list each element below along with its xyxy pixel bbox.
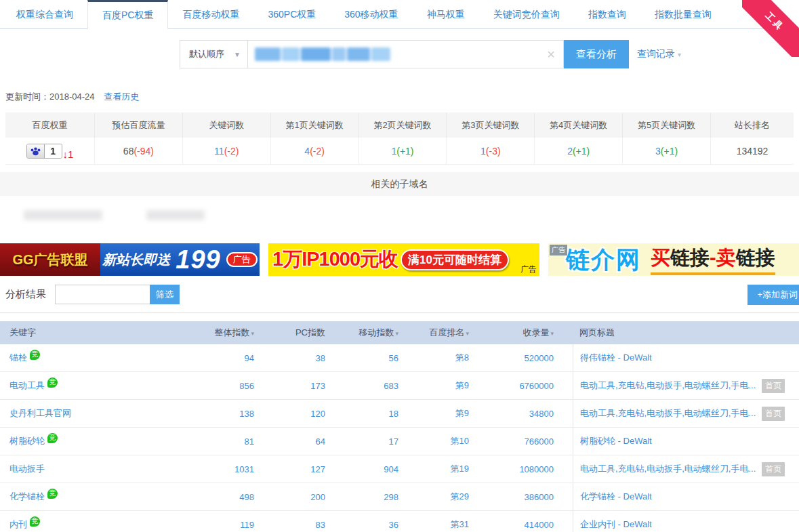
ad-banner-row: GG广告联盟 新站长即送 199 广告 1万IP1000元收 满10元可随时结算… xyxy=(0,243,799,276)
page-title-link[interactable]: 电动工具,充电钻,电动扳手,电动螺丝刀,手电... xyxy=(580,380,756,392)
baidu-weight-value: 1 xyxy=(45,144,62,158)
mobile-index-value: 683 xyxy=(331,381,404,391)
col-pc-index[interactable]: PC指数 xyxy=(260,327,331,339)
webmaster-rank-cell: 134192 xyxy=(711,138,794,165)
baidu-paw-icon xyxy=(27,144,45,158)
add-keyword-button[interactable]: +添加新词 xyxy=(747,285,799,305)
page-title-link[interactable]: 电动工具,充电钻,电动扳手,电动螺丝刀,手电... xyxy=(580,407,756,420)
subdomain-section: 相关的子域名 xyxy=(0,172,799,234)
homepage-badge: 首页 xyxy=(762,379,785,393)
stats-header-page2: 第2页关键词数 xyxy=(359,112,447,138)
page1-count-cell: 4(-2) xyxy=(271,138,359,165)
col-mobile-index[interactable]: 移动指数▾ xyxy=(331,327,404,339)
subdomain-list xyxy=(0,196,799,234)
indexed-count-value: 34800 xyxy=(474,409,573,419)
ribbon-label: 工具 xyxy=(742,0,799,57)
overall-index-value: 81 xyxy=(185,436,260,447)
baidu-rank-value: 第8 xyxy=(404,352,474,364)
table-row: 树脂砂轮竞 81 64 17 第10 766000 树脂砂轮 - DeWalt xyxy=(0,428,799,455)
sort-caret-icon: ▾ xyxy=(466,330,469,337)
keyword-link[interactable]: 锚栓 xyxy=(9,352,27,363)
keyword-link[interactable]: 树脂砂轮 xyxy=(9,436,45,446)
stats-value-row: 1 ↓1 68(-94) 11(-2) 4(-2) 1(+1) 1(-3) 2(… xyxy=(5,138,794,165)
keyword-link[interactable]: 电动工具 xyxy=(9,380,45,390)
ad1-brand: GG广告联盟 xyxy=(0,243,100,276)
indexed-count-value: 766000 xyxy=(474,436,573,447)
col-keyword[interactable]: 关键字 xyxy=(0,327,185,339)
censored-subdomain-1[interactable] xyxy=(24,210,102,220)
indexed-count-value: 414000 xyxy=(474,520,573,530)
keyword-link[interactable]: 内刊 xyxy=(9,519,27,529)
baidu-rank-value: 第9 xyxy=(404,407,474,420)
table-row: 电动工具竞 856 173 683 第9 6760000 电动工具,充电钻,电动… xyxy=(0,372,799,400)
ad2-pill: 满10元可随时结算 xyxy=(401,249,509,270)
keyword-link[interactable]: 电动扳手 xyxy=(9,464,45,474)
search-input[interactable]: × xyxy=(247,40,564,68)
tab-index-query[interactable]: 指数查询 xyxy=(574,0,640,28)
page5-count-cell: 3(+1) xyxy=(623,138,711,165)
filter-button[interactable]: 筛选 xyxy=(150,285,180,304)
mobile-index-value: 298 xyxy=(331,492,404,502)
ad3-ad-tag: 广告 xyxy=(550,245,567,255)
keyword-count-cell: 11(-2) xyxy=(183,138,271,165)
page-title-link[interactable]: 树脂砂轮 - DeWalt xyxy=(580,435,652,447)
ad-banner-gg-union[interactable]: GG广告联盟 新站长即送 199 广告 xyxy=(0,243,260,276)
censored-subdomain-2[interactable] xyxy=(146,210,205,220)
keyword-table: 关键字 整体指数▾ PC指数 移动指数▾ 百度排名▾ 收录量▾ 网页标题 锚栓竞… xyxy=(0,321,799,532)
ad-banner-ip-buy[interactable]: 1万IP1000元收 满10元可随时结算 广告 xyxy=(268,243,539,276)
update-time-row: 更新时间：2018-04-24 查看历史 xyxy=(5,91,799,103)
clear-input-icon[interactable]: × xyxy=(547,47,555,62)
bid-icon: 竞 xyxy=(47,433,58,443)
tab-baidu-mobile-weight[interactable]: 百度移动权重 xyxy=(168,0,253,28)
page4-count-cell: 2(+1) xyxy=(535,138,623,165)
filter-input[interactable] xyxy=(55,285,150,304)
ad-banner-link-market[interactable]: 广告 链介网 买链接-卖链接 xyxy=(548,243,799,276)
tab-index-batch-query[interactable]: 指数批量查询 xyxy=(640,0,726,28)
corner-ribbon[interactable]: 工具 xyxy=(742,0,799,57)
overall-index-value: 138 xyxy=(185,409,260,419)
page-title-link[interactable]: 得伟锚栓 - DeWalt xyxy=(580,352,652,364)
keyword-link[interactable]: 史丹利工具官网 xyxy=(9,408,71,418)
history-caret-icon: ▾ xyxy=(678,51,681,58)
homepage-badge: 首页 xyxy=(762,462,785,476)
baidu-weight-cell: 1 ↓1 xyxy=(5,138,95,165)
col-overall-index[interactable]: 整体指数▾ xyxy=(185,327,260,339)
page-title-link[interactable]: 电动工具,充电钻,电动扳手,电动螺丝刀,手电... xyxy=(580,463,756,475)
sort-order-select[interactable]: 默认顺序 ▼ xyxy=(180,40,247,68)
tab-shenma-weight[interactable]: 神马权重 xyxy=(413,0,479,28)
censored-query-text xyxy=(255,47,390,61)
pc-index-value: 120 xyxy=(260,409,331,419)
analyze-button[interactable]: 查看分析 xyxy=(564,40,629,68)
bid-icon: 竞 xyxy=(47,489,58,499)
ad1-number: 199 xyxy=(176,245,220,274)
overall-index-value: 498 xyxy=(185,492,260,502)
section-divider xyxy=(0,312,799,313)
tab-baidu-pc-weight[interactable]: 百度PC权重 xyxy=(87,0,168,29)
tab-weight-combined[interactable]: 权重综合查询 xyxy=(2,0,87,28)
baidu-weight-badge[interactable]: 1 xyxy=(26,144,62,159)
page-title-link[interactable]: 化学锚栓 - DeWalt xyxy=(580,491,652,503)
col-baidu-rank[interactable]: 百度排名▾ xyxy=(404,327,474,339)
col-indexed[interactable]: 收录量▾ xyxy=(474,327,573,339)
tab-360-mobile-weight[interactable]: 360移动权重 xyxy=(330,0,412,28)
subdomain-title: 相关的子域名 xyxy=(0,172,799,196)
stats-header-webmaster-rank: 站长排名 xyxy=(711,112,794,138)
overall-index-value: 856 xyxy=(185,381,260,391)
pc-index-value: 173 xyxy=(260,381,331,391)
indexed-count-value: 520000 xyxy=(474,353,573,363)
ad1-ad-tag: 广告 xyxy=(226,252,258,267)
tab-keyword-bidding[interactable]: 关键词竞价查询 xyxy=(479,0,574,28)
keyword-table-header: 关键字 整体指数▾ PC指数 移动指数▾ 百度排名▾ 收录量▾ 网页标题 xyxy=(0,321,799,344)
query-history-link[interactable]: 查询记录 ▾ xyxy=(637,48,681,60)
indexed-count-value: 386000 xyxy=(474,492,573,502)
page-title-link[interactable]: 企业内刊 - DeWalt xyxy=(580,518,652,531)
tab-360-pc-weight[interactable]: 360PC权重 xyxy=(253,0,330,28)
keyword-link[interactable]: 化学锚栓 xyxy=(9,491,45,502)
mobile-index-value: 17 xyxy=(331,436,404,447)
page: 权重综合查询 百度PC权重 百度移动权重 360PC权重 360移动权重 神马权… xyxy=(0,0,799,532)
analysis-filter-row: 分析结果 筛选 +添加新词 xyxy=(5,284,799,305)
search-bar: 默认顺序 ▼ × 查看分析 查询记录 ▾ xyxy=(180,40,799,68)
overall-index-value: 94 xyxy=(185,353,260,363)
view-history-link[interactable]: 查看历史 xyxy=(104,91,139,102)
mobile-index-value: 36 xyxy=(331,520,404,530)
